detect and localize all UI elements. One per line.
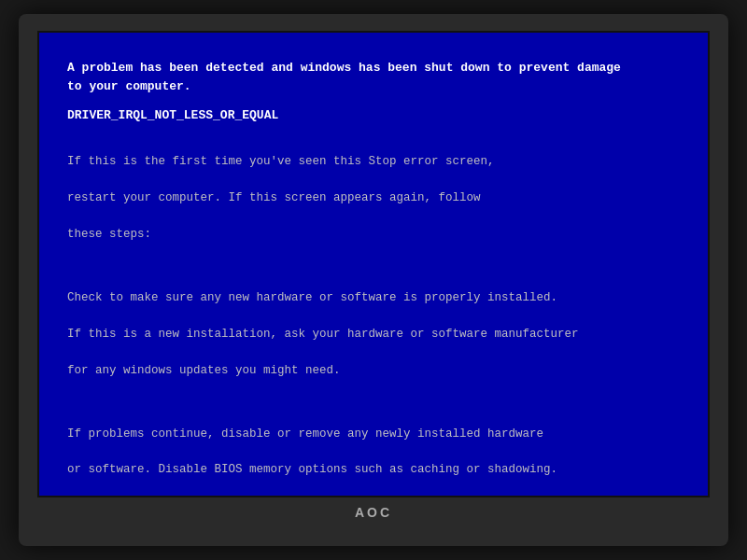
bsod-s2l1: Check to make sure any new hardware or s… [67,289,680,307]
bsod-error-code: DRIVER_IRQL_NOT_LESS_OR_EQUAL [67,108,680,122]
bsod-body: If this is the first time you've seen th… [67,135,680,497]
bsod-line1: A problem has been detected and windows … [67,61,621,75]
bsod-s3l1: If problems continue, disable or remove … [67,426,680,443]
bsod-s1l3: these steps: [67,226,680,244]
bsod-s1l2: restart your computer. If this screen ap… [67,189,680,207]
bsod-line2: to your computer. [67,79,191,93]
monitor: A problem has been detected and windows … [19,14,728,546]
bsod-s1l1: If this is the first time you've seen th… [67,153,680,171]
bsod-s3l2: or software. Disable BIOS memory options… [67,461,680,479]
bsod-screen: A problem has been detected and windows … [37,31,710,497]
bsod-header: A problem has been detected and windows … [67,59,680,95]
bsod-s2l3: for any windows updates you might need. [67,362,680,380]
bsod-s2l2: If this is a new installation, ask your … [67,326,680,343]
monitor-brand-label: AOC [355,505,392,520]
